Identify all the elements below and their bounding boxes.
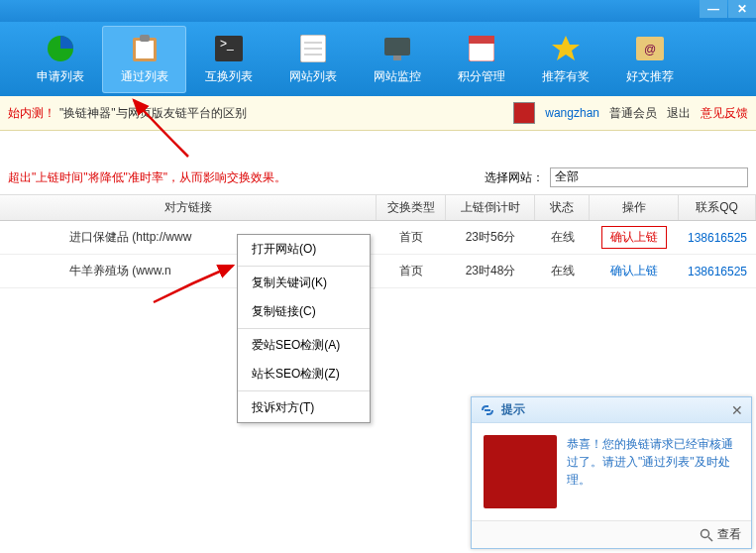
popup-footer: 查看 <box>472 520 751 548</box>
context-menu: 打开网站(O) 复制关键词(K) 复制链接(C) 爱站SEO检测(A) 站长SE… <box>237 234 371 423</box>
popup-image <box>484 435 557 508</box>
svg-marker-14 <box>552 36 580 60</box>
feedback-link[interactable]: 意见反馈 <box>701 105 748 122</box>
user-panel: wangzhan 普通会员 退出 意见反馈 <box>513 102 748 124</box>
svg-rect-10 <box>384 38 410 55</box>
svg-point-17 <box>702 529 709 537</box>
toolbar-label: 申请列表 <box>37 68 84 85</box>
svg-text:@: @ <box>644 43 656 56</box>
site-select[interactable]: 全部 <box>550 167 748 187</box>
svg-rect-11 <box>393 55 401 60</box>
popup-message: 恭喜！您的换链请求已经审核通过了。请进入"通过列表"及时处理。 <box>567 435 739 508</box>
close-icon[interactable]: ✕ <box>731 402 743 418</box>
confirm-link-button[interactable]: 确认上链 <box>601 226 667 249</box>
terminal-icon: >_ <box>213 33 245 64</box>
magnifier-icon <box>700 528 713 542</box>
cell-stat: 在线 <box>535 255 590 287</box>
user-role: 普通会员 <box>609 105 657 122</box>
site-select-value: 全部 <box>555 169 579 183</box>
toolbar-label: 通过列表 <box>121 68 168 85</box>
th-link: 对方链接 <box>0 195 377 220</box>
svg-line-18 <box>708 537 712 541</box>
window-buttons: — ✕ <box>699 0 756 18</box>
toolbar-points[interactable]: 积分管理 <box>439 26 523 93</box>
view-label: 查看 <box>717 526 741 543</box>
popup-header: 提示 ✕ <box>472 397 751 423</box>
svg-rect-2 <box>136 41 154 58</box>
toolbar-exchange-list[interactable]: >_ 互换列表 <box>186 26 270 93</box>
logout-link[interactable]: 退出 <box>667 105 691 122</box>
info-banner: 始内测！ "换链神器"与网页版友链平台的区别 wangzhan 普通会员 退出 … <box>0 96 756 131</box>
banner-alert: 始内测！ <box>8 105 55 122</box>
notification-popup: 提示 ✕ 恭喜！您的换链请求已经审核通过了。请进入"通过列表"及时处理。 查看 <box>471 396 752 549</box>
monitor-icon <box>381 33 413 64</box>
toolbar-label: 网站监控 <box>374 68 421 85</box>
minimize-button[interactable]: — <box>700 0 727 18</box>
th-stat: 状态 <box>535 195 590 220</box>
cell-stat: 在线 <box>535 221 590 254</box>
svg-rect-3 <box>140 35 150 42</box>
ctx-zhanzhang-seo[interactable]: 站长SEO检测(Z) <box>238 360 370 388</box>
view-button[interactable]: 查看 <box>700 526 741 543</box>
clipboard-icon <box>129 33 161 64</box>
toolbar-articles[interactable]: @ 好文推荐 <box>607 26 692 93</box>
qq-link[interactable]: 138616525 <box>688 231 747 245</box>
cell-qq: 138616525 <box>679 221 756 254</box>
toolbar-pass-list[interactable]: 通过列表 <box>102 26 186 93</box>
svg-text:>_: >_ <box>220 37 234 51</box>
banner-text[interactable]: "换链神器"与网页版友链平台的区别 <box>59 105 247 122</box>
toolbar-label: 互换列表 <box>205 68 253 85</box>
star-icon <box>550 33 582 64</box>
toolbar-site-monitor[interactable]: 网站监控 <box>355 26 439 93</box>
site-select-label: 选择网站： <box>485 169 544 186</box>
separator <box>238 390 370 391</box>
svg-rect-13 <box>469 36 494 44</box>
toolbar-recommend[interactable]: 推荐有奖 <box>523 26 607 93</box>
filter-warning: 超出"上链时间"将降低"准时率"，从而影响交换效果。 <box>8 169 286 186</box>
cell-time: 23时48分 <box>446 255 535 287</box>
cell-time: 23时56分 <box>446 221 535 254</box>
ctx-copy-link[interactable]: 复制链接(C) <box>238 297 370 326</box>
link-icon <box>480 402 495 418</box>
table-header: 对方链接 交换类型 上链倒计时 状态 操作 联系QQ <box>0 195 756 221</box>
th-qq: 联系QQ <box>679 195 756 220</box>
close-button[interactable]: ✕ <box>728 0 756 18</box>
toolbar-label: 好文推荐 <box>626 68 674 85</box>
ctx-complain[interactable]: 投诉对方(T) <box>238 393 370 422</box>
titlebar: — ✕ <box>0 0 756 22</box>
th-type: 交换类型 <box>377 195 446 220</box>
cell-type: 首页 <box>377 255 446 287</box>
pie-icon <box>45 33 76 64</box>
ctx-copy-keyword[interactable]: 复制关键词(K) <box>238 269 370 297</box>
ctx-aizhan-seo[interactable]: 爱站SEO检测(A) <box>238 331 370 360</box>
cell-act: 确认上链 <box>590 255 679 287</box>
qq-link[interactable]: 138616525 <box>688 265 747 278</box>
cell-type: 首页 <box>377 221 446 254</box>
th-act: 操作 <box>590 195 679 220</box>
avatar[interactable] <box>513 102 535 124</box>
table-row[interactable]: 牛羊养殖场 (www.n 首页 23时48分 在线 确认上链 138616525 <box>0 255 756 288</box>
main-toolbar: 申请列表 通过列表 >_ 互换列表 网站列表 网站监控 积分管理 推荐有奖 @ … <box>0 22 756 96</box>
toolbar-apply-list[interactable]: 申请列表 <box>18 26 102 93</box>
filter-bar: 超出"上链时间"将降低"准时率"，从而影响交换效果。 选择网站： 全部 <box>0 161 756 195</box>
popup-title: 提示 <box>501 401 525 418</box>
table-row[interactable]: 进口保健品 (http://www 首页 23时56分 在线 确认上链 1386… <box>0 221 756 255</box>
cell-act: 确认上链 <box>590 221 679 254</box>
confirm-link-button[interactable]: 确认上链 <box>602 261 666 281</box>
popup-body: 恭喜！您的换链请求已经审核通过了。请进入"通过列表"及时处理。 <box>472 423 751 520</box>
toolbar-site-list[interactable]: 网站列表 <box>270 26 355 93</box>
separator <box>238 328 370 329</box>
ctx-open-site[interactable]: 打开网站(O) <box>238 235 370 264</box>
toolbar-label: 推荐有奖 <box>542 68 590 85</box>
username[interactable]: wangzhan <box>545 106 599 120</box>
toolbar-label: 网站列表 <box>289 68 337 85</box>
sheet-icon <box>297 33 329 64</box>
at-icon: @ <box>634 33 666 64</box>
calendar-icon <box>466 33 497 64</box>
th-time: 上链倒计时 <box>446 195 535 220</box>
toolbar-label: 积分管理 <box>458 68 505 85</box>
separator <box>238 266 370 267</box>
cell-qq: 138616525 <box>679 255 756 287</box>
